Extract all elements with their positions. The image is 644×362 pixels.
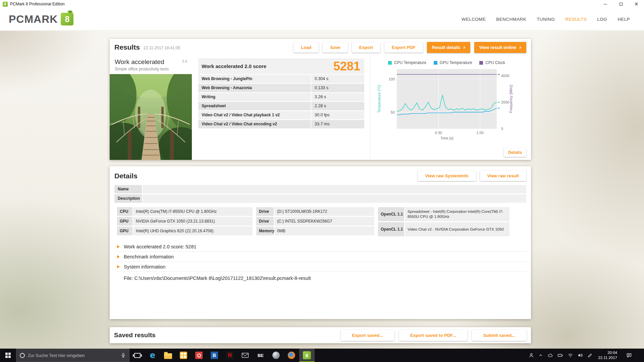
results-timestamp: 22.11.2017 18:41:05 — [144, 46, 180, 50]
nav-help[interactable]: HELP — [618, 17, 630, 22]
details-panel: Details View raw SystemInfo View raw res… — [110, 166, 531, 319]
metric-value: 3.26 s — [311, 93, 364, 101]
metric-value: 2.28 s — [311, 102, 364, 110]
metric-name: Web Browsing - JunglePin — [198, 75, 311, 83]
export-saved-button[interactable]: Export saved... — [341, 330, 394, 341]
window-titlebar: 8 PCMark 8 Professional Edition ✕ — [0, 0, 644, 8]
minimize-button[interactable] — [598, 0, 613, 8]
task-view-button[interactable] — [129, 349, 145, 362]
saved-results-title: Saved results — [114, 331, 156, 339]
svg-text:50: 50 — [391, 110, 395, 114]
svg-text:0:30: 0:30 — [435, 131, 442, 135]
results-panel: Results 22.11.2017 18:41:05 Load Save Ex… — [110, 39, 531, 160]
nav-results[interactable]: RESULTS — [565, 17, 587, 22]
hw-row-drive1: Drive(D:) ST1000LM035-1RK172 — [256, 207, 374, 216]
metric-row: Writing 3.26 s — [198, 93, 364, 101]
nav-benchmark[interactable]: BENCHMARK — [496, 17, 526, 22]
nav-tuning[interactable]: TUNING — [537, 17, 555, 22]
metric-name: Web Browsing - Amazonia — [198, 84, 311, 92]
expander-label: Work accelerated 2.0 score: 5281 — [124, 244, 197, 249]
app-browser-round[interactable] — [284, 349, 299, 362]
view-result-online-button[interactable]: View result online› — [474, 42, 526, 53]
hw-row-drive2: Drive(C:) INTEL SSDPEKKW256G7 — [256, 217, 374, 226]
description-input[interactable] — [143, 194, 526, 203]
close-button[interactable]: ✕ — [629, 0, 644, 8]
system-tray: 20:04 22.11.2017 — [526, 349, 644, 362]
netflix-app[interactable]: N — [222, 349, 237, 362]
expander-system-information[interactable]: System information — [117, 262, 527, 272]
result-details-button[interactable]: Result details› — [427, 42, 470, 53]
gray-round-icon — [272, 352, 280, 359]
name-input[interactable] — [143, 185, 526, 193]
svg-text:2000: 2000 — [501, 100, 509, 104]
app-yellow-grid[interactable] — [176, 349, 191, 362]
test-name: Work accelerated — [115, 58, 164, 66]
view-raw-result-button[interactable]: View raw result — [480, 171, 526, 181]
battery-icon[interactable] — [557, 353, 563, 358]
taskbar-clock[interactable]: 20:04 22.11.2017 — [598, 350, 617, 360]
expander-label: Benchmark information — [124, 254, 174, 259]
blue-b-icon: B — [211, 352, 218, 359]
search-input[interactable] — [28, 353, 118, 358]
leaf-icon — [68, 10, 73, 14]
nav-welcome[interactable]: WELCOME — [462, 17, 486, 22]
legend-gpu-temperature: GPU Temperature — [434, 60, 472, 65]
expander-score[interactable]: Work accelerated 2.0 score: 5281 — [117, 242, 527, 252]
metric-value: 30.0 fps — [311, 111, 364, 119]
hardware-table: CPUIntel(R) Core(TM) i7-8550U CPU @ 1.80… — [117, 207, 527, 236]
taskbar-search[interactable] — [16, 349, 129, 362]
maximize-button[interactable] — [613, 0, 629, 8]
action-center-icon — [626, 353, 632, 358]
legend-cpu-temperature: CPU Temperature — [388, 60, 426, 65]
start-button[interactable] — [0, 349, 16, 362]
chart-details-button[interactable]: Details — [504, 148, 526, 157]
app-blue-b[interactable]: B — [207, 349, 222, 362]
mail-app[interactable] — [237, 349, 253, 362]
file-explorer-app[interactable] — [160, 349, 176, 362]
metric-row: Web Browsing - JunglePin 0.304 s — [198, 75, 364, 83]
logo-text: PCMARK — [9, 13, 58, 25]
cortana-icon — [20, 353, 25, 358]
app-red[interactable] — [191, 349, 207, 362]
export-button[interactable]: Export — [352, 42, 380, 53]
network-icon[interactable] — [568, 353, 573, 358]
load-button[interactable]: Load — [293, 42, 319, 53]
be-app[interactable]: BE — [253, 349, 268, 362]
export-pdf-button[interactable]: Export PDF — [384, 42, 423, 53]
view-raw-systeminfo-button[interactable]: View raw SystemInfo — [418, 171, 476, 181]
user-icon[interactable] — [529, 353, 534, 358]
cpu-temp-swatch-icon — [388, 61, 392, 65]
chevron-up-icon[interactable] — [538, 353, 543, 358]
svg-text:0: 0 — [501, 127, 503, 131]
netflix-icon: N — [226, 352, 233, 359]
expander-benchmark-information[interactable]: Benchmark information — [117, 252, 527, 262]
taskbar-apps: e B N BE 8 — [129, 349, 315, 362]
metric-value: 0.133 s — [311, 84, 364, 92]
folder-icon — [164, 353, 172, 359]
maximize-icon — [620, 3, 623, 6]
task-view-icon — [134, 353, 141, 358]
save-button[interactable]: Save — [323, 42, 347, 53]
windows-logo-icon — [5, 353, 11, 358]
chevron-right-icon: › — [519, 45, 521, 50]
microphone-icon[interactable] — [121, 353, 126, 358]
submit-saved-button[interactable]: Submit saved... — [472, 330, 527, 341]
volume-icon[interactable] — [578, 353, 583, 358]
metric-name: Writing — [198, 93, 311, 101]
clock-date: 22.11.2017 — [598, 355, 617, 360]
nav-log[interactable]: LOG — [597, 17, 607, 22]
gpu-temp-swatch-icon — [434, 61, 437, 65]
app-gray-round[interactable] — [268, 349, 284, 362]
legend-cpu-clock: CPU Clock — [479, 60, 505, 65]
cloud-icon[interactable] — [547, 353, 553, 358]
metric-row: Video Chat v2 / Video Chat encoding v2 3… — [198, 120, 364, 128]
pcmark-app-active[interactable]: 8 — [299, 349, 315, 362]
window-title: PCMark 8 Professional Edition — [10, 2, 65, 6]
action-center-button[interactable] — [623, 353, 635, 358]
edge-icon: e — [150, 351, 155, 360]
logo-badge: 8 — [61, 13, 73, 25]
export-saved-pdf-button[interactable]: Export saved to PDF... — [399, 330, 468, 341]
edge-app[interactable]: e — [145, 349, 160, 362]
pen-icon[interactable] — [587, 353, 592, 358]
red-app-icon — [195, 352, 203, 359]
